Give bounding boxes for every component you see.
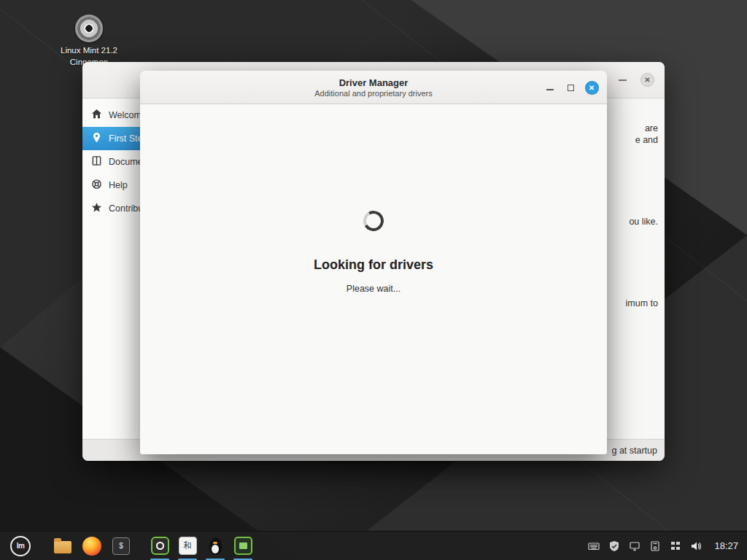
clock[interactable]: 18:27 <box>714 540 738 551</box>
driver-manager-window: Driver Manager Additional and proprietar… <box>140 71 607 454</box>
update-manager-shield-icon[interactable] <box>608 540 621 553</box>
green-window-icon <box>234 537 252 555</box>
minimize-icon <box>546 89 554 90</box>
welcome-text-fragment: are <box>645 123 658 133</box>
close-button[interactable]: ✕ <box>640 73 654 87</box>
book-icon <box>91 155 102 168</box>
star-icon <box>91 202 102 215</box>
files-launcher[interactable] <box>48 532 77 560</box>
close-icon: ✕ <box>585 81 599 95</box>
sidebar-item-label: Help <box>109 180 128 190</box>
help-icon <box>91 179 102 192</box>
folder-icon <box>54 541 71 553</box>
welcome-app-icon <box>151 537 169 555</box>
terminal-icon: $ <box>112 537 130 555</box>
terminal-launcher[interactable]: $ <box>107 532 136 560</box>
firefox-icon <box>82 537 101 556</box>
driver-manager-body: Looking for drivers Please wait... <box>140 104 607 454</box>
show-at-startup-label[interactable]: g at startup <box>611 446 657 456</box>
close-button[interactable]: ✕ <box>582 71 601 104</box>
mint-menu-button[interactable]: lm <box>6 532 35 560</box>
window-button-character-map[interactable]: 和 <box>174 532 201 560</box>
welcome-text-fragment: imum to <box>626 298 658 308</box>
firefox-launcher[interactable] <box>77 532 107 560</box>
desktop: Linux Mint 21.2 Cinnamon ✕ Welcome First… <box>0 0 747 560</box>
window-button-driver-manager[interactable] <box>201 532 229 560</box>
workspaces-icon[interactable] <box>669 540 682 553</box>
desktop-icon-label-line1: Linux Mint 21.2 <box>53 45 125 57</box>
keyboard-layout-icon[interactable] <box>587 540 600 553</box>
minimize-icon[interactable] <box>619 79 627 81</box>
disc-icon <box>75 15 103 42</box>
window-button-welcome-app[interactable] <box>146 532 174 560</box>
maximize-button[interactable] <box>562 71 579 104</box>
window-subtitle: Additional and proprietary drivers <box>314 89 432 98</box>
loading-heading: Looking for drivers <box>314 257 433 273</box>
window-title: Driver Manager <box>339 77 409 88</box>
maximize-icon <box>568 85 574 91</box>
removable-media-icon[interactable] <box>649 540 662 553</box>
home-icon <box>91 109 102 122</box>
loading-spinner-icon <box>361 209 386 233</box>
system-tray: 18:27 <box>587 540 741 553</box>
network-icon[interactable] <box>628 540 641 553</box>
window-button-software-manager[interactable] <box>229 532 257 560</box>
driver-manager-titlebar[interactable]: Driver Manager Additional and proprietar… <box>140 71 607 104</box>
minimize-button[interactable] <box>541 71 559 104</box>
map-pin-icon <box>91 132 102 145</box>
volume-icon[interactable] <box>689 540 703 553</box>
tux-penguin-icon <box>209 538 222 555</box>
mint-logo-icon: lm <box>10 536 31 556</box>
taskbar: lm $ 和 <box>0 531 747 560</box>
character-map-icon: 和 <box>179 537 197 555</box>
welcome-text-fragment: e and <box>635 135 658 145</box>
loading-status: Please wait... <box>347 284 400 294</box>
welcome-text-fragment: ou like. <box>629 217 658 227</box>
desktop-icon-install-disc[interactable]: Linux Mint 21.2 Cinnamon <box>53 15 125 68</box>
